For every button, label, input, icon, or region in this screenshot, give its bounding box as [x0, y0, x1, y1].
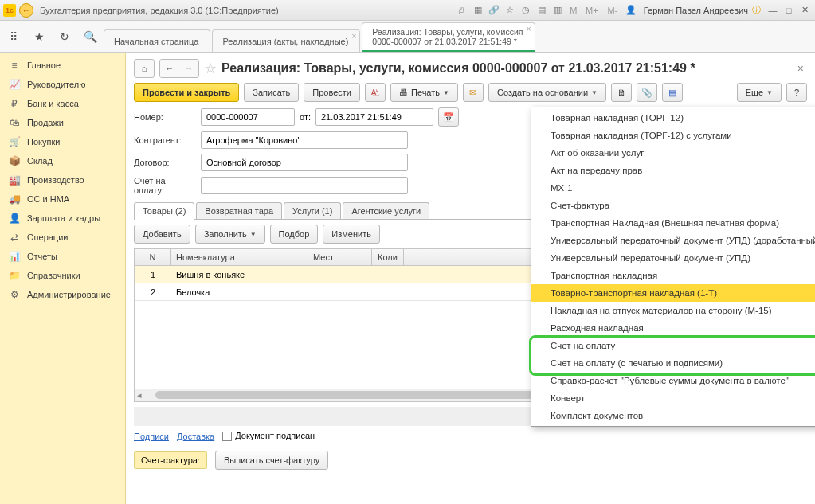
col-n[interactable]: N: [135, 249, 171, 265]
print-menu-item[interactable]: МХ-1: [531, 179, 815, 197]
print-menu-item[interactable]: Счет на оплату (с печатью и подписями): [531, 354, 815, 372]
help-button[interactable]: ?: [786, 83, 807, 102]
sidebar-item-purchases[interactable]: 🛒Покупки: [0, 132, 125, 151]
change-button[interactable]: Изменить: [323, 225, 380, 244]
contragent-input[interactable]: Агроферма "Коровино": [201, 131, 408, 149]
select-button[interactable]: Подбор: [270, 225, 319, 244]
date-input[interactable]: 21.03.2017 21:51:49: [315, 108, 433, 126]
tab-realization-doc[interactable]: Реализация: Товары, услуги, комиссия 000…: [362, 22, 535, 52]
sidebar-item-assets[interactable]: 🚚ОС и НМА: [0, 189, 125, 209]
print-menu-item[interactable]: Товарная накладная (ТОРГ-12): [531, 109, 815, 127]
sidebar-item-reports[interactable]: 📊Отчеты: [0, 247, 125, 266]
cell-n: 1: [135, 270, 171, 279]
issue-invoice-button[interactable]: Выписать счет-фактуру: [215, 451, 328, 470]
sidebar-item-hr[interactable]: 👤Зарплата и кадры: [0, 209, 125, 228]
star-icon[interactable]: ★: [32, 29, 46, 44]
grid-icon[interactable]: ▦: [472, 4, 484, 17]
close-window-button[interactable]: ✕: [797, 4, 812, 17]
calendar-button[interactable]: 📅: [438, 107, 459, 127]
dt-kt-button[interactable]: A͟ᵏ: [365, 83, 386, 102]
sidebar-item-main[interactable]: ≡Главное: [0, 56, 125, 75]
m-btn[interactable]: M: [567, 4, 580, 17]
print-menu-item[interactable]: Счет-фактура: [531, 197, 815, 214]
related-button[interactable]: 🗎: [611, 83, 632, 102]
sidebar-item-production[interactable]: 🏭Производство: [0, 170, 125, 189]
number-input[interactable]: 0000-000007: [201, 108, 295, 126]
create-based-button[interactable]: Создать на основании ▼: [488, 83, 606, 102]
sidebar-item-manager[interactable]: 📈Руководителю: [0, 75, 125, 94]
sidebar-item-warehouse[interactable]: 📦Склад: [0, 151, 125, 170]
print-menu-item[interactable]: Транспортная Накладная (Внешняя печатная…: [531, 214, 815, 232]
print-menu-item[interactable]: Универсальный передаточный документ (УПД…: [531, 232, 815, 249]
print-menu-item[interactable]: Универсальный передаточный документ (УПД…: [531, 249, 815, 267]
person-icon: 👤: [8, 213, 21, 224]
tab-realization-list[interactable]: Реализация (акты, накладные)×: [212, 29, 360, 52]
delivery-link[interactable]: Доставка: [177, 432, 214, 441]
search-icon[interactable]: 🔍: [83, 29, 97, 44]
m-minus-btn[interactable]: M-: [604, 4, 621, 17]
write-button[interactable]: Записать: [244, 83, 299, 102]
sidebar-item-label: Производство: [27, 175, 84, 185]
print-menu-item[interactable]: Товарно-транспортная накладная (1-Т): [531, 284, 815, 302]
print-menu-item[interactable]: Расходная накладная: [531, 319, 815, 337]
subtab-tare[interactable]: Возвратная тара: [196, 202, 282, 219]
signatures-link[interactable]: Подписи: [134, 432, 169, 441]
link-icon[interactable]: 🔗: [488, 4, 500, 17]
col-qty[interactable]: Коли: [372, 249, 404, 265]
col-place[interactable]: Мест: [308, 249, 372, 265]
home-button[interactable]: ⌂: [134, 59, 155, 78]
print-menu-item[interactable]: Товарная накладная (ТОРГ-12) с услугами: [531, 127, 815, 144]
print-menu-item[interactable]: Комплект документов: [531, 407, 815, 424]
favorite-star-icon[interactable]: ☆: [204, 60, 217, 77]
add-button[interactable]: Добавить: [134, 225, 190, 244]
print-menu-item[interactable]: Счет на оплату: [531, 337, 815, 354]
print-menu-item[interactable]: Накладная на отпуск материалов на сторон…: [531, 302, 815, 319]
print-menu-item[interactable]: Конверт: [531, 389, 815, 407]
sidebar-item-admin[interactable]: ⚙Администрирование: [0, 285, 125, 304]
print-icon[interactable]: ⎙: [456, 4, 468, 17]
more-button[interactable]: Еще ▼: [737, 83, 782, 102]
sidebar-item-sales[interactable]: 🛍Продажи: [0, 113, 125, 132]
print-menu-item[interactable]: Транспортная накладная: [531, 267, 815, 284]
col-name[interactable]: Номенклатура: [171, 249, 308, 265]
tab-close-icon[interactable]: ×: [527, 25, 531, 34]
m-plus-btn[interactable]: M+: [583, 4, 601, 17]
fill-button[interactable]: Заполнить ▼: [195, 225, 265, 244]
subtab-goods[interactable]: Товары (2): [134, 202, 194, 219]
calc-icon[interactable]: ▤: [535, 4, 548, 17]
back-circle-button[interactable]: ←: [19, 3, 33, 18]
page-close-button[interactable]: ×: [797, 62, 807, 75]
tab-start-page[interactable]: Начальная страница: [104, 29, 210, 52]
nav-forward-button[interactable]: →: [179, 60, 198, 77]
doc-signed-check[interactable]: Документ подписан: [222, 431, 315, 441]
footer: Подписи Доставка Документ подписан: [126, 426, 815, 446]
history-icon[interactable]: ↻: [57, 29, 72, 44]
post-button[interactable]: Провести: [304, 83, 360, 102]
post-and-close-button[interactable]: Провести и закрыть: [134, 83, 239, 102]
info-icon[interactable]: ⓘ: [750, 4, 762, 17]
print-menu-item[interactable]: Справка-расчет "Рублевые суммы документа…: [531, 372, 815, 389]
email-button[interactable]: ✉: [463, 83, 484, 102]
page-icon[interactable]: ▥: [551, 4, 564, 17]
minimize-button[interactable]: —: [766, 4, 780, 17]
fav-icon[interactable]: ☆: [503, 4, 516, 17]
factory-icon: 🏭: [8, 174, 21, 186]
print-dropdown-button[interactable]: 🖶 Печать ▼: [390, 83, 458, 102]
contract-input[interactable]: Основной договор: [201, 154, 408, 171]
subtab-services[interactable]: Услуги (1): [284, 202, 341, 219]
apps-icon[interactable]: ⠿: [6, 29, 21, 44]
sidebar-item-bank[interactable]: ₽Банк и касса: [0, 94, 125, 113]
maximize-button[interactable]: □: [782, 4, 796, 17]
print-menu-item[interactable]: Акт об оказании услуг: [531, 144, 815, 162]
sidebar-item-catalogs[interactable]: 📁Справочники: [0, 266, 125, 285]
attach-button[interactable]: 📎: [637, 83, 657, 102]
sidebar-item-operations[interactable]: ⇄Операции: [0, 228, 125, 247]
account-input[interactable]: [201, 177, 408, 194]
cart-icon: 🛒: [8, 136, 21, 147]
list-button[interactable]: ▤: [662, 83, 683, 102]
tab-close-icon[interactable]: ×: [351, 32, 356, 41]
subtab-agent[interactable]: Агентские услуги: [343, 202, 429, 219]
clock-icon[interactable]: ◷: [519, 4, 532, 17]
nav-back-button[interactable]: ←: [160, 60, 179, 77]
print-menu-item[interactable]: Акт на передачу прав: [531, 162, 815, 179]
